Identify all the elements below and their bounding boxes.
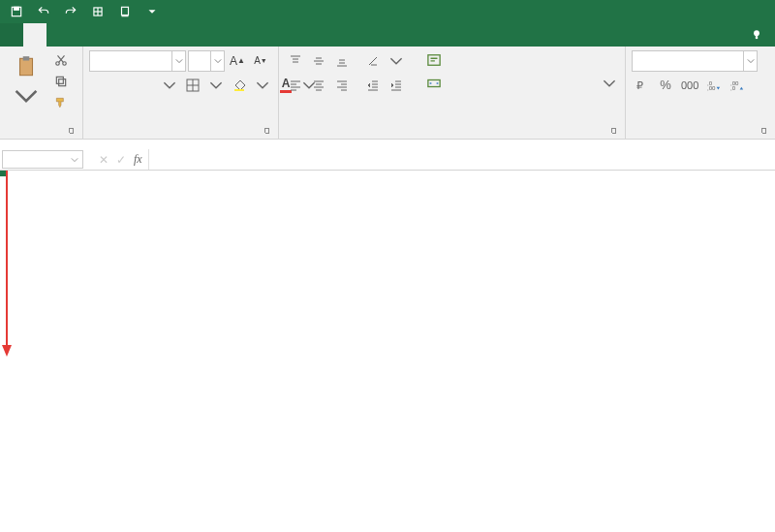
chevron-down-icon <box>14 83 39 109</box>
increase-decimal-button[interactable]: ,0,00 <box>703 75 725 96</box>
alignment-launcher[interactable] <box>609 126 619 136</box>
brush-icon <box>54 96 68 110</box>
font-launcher[interactable] <box>263 126 272 136</box>
align-center-button[interactable] <box>308 75 329 96</box>
tab-review[interactable] <box>140 23 163 47</box>
decrease-indent-button[interactable] <box>362 75 384 96</box>
wrap-text-button[interactable] <box>422 49 616 71</box>
svg-rect-1 <box>15 7 19 10</box>
tab-formulas[interactable] <box>93 23 116 47</box>
merge-center-button[interactable] <box>422 73 621 94</box>
orientation-button[interactable] <box>362 50 384 72</box>
dec-decimal-icon: ,00,0 <box>730 78 744 92</box>
enter-formula-button[interactable]: ✓ <box>116 153 126 167</box>
number-launcher[interactable] <box>760 126 769 136</box>
decrease-decimal-button[interactable]: ,00,0 <box>727 75 748 96</box>
ribbon-tabs <box>0 23 775 47</box>
tab-home[interactable] <box>23 23 46 47</box>
tell-me-search[interactable] <box>742 23 775 47</box>
wrap-icon <box>427 53 441 67</box>
format-painter-button[interactable] <box>50 92 72 113</box>
svg-text:,0: ,0 <box>730 84 736 91</box>
qat-button-4[interactable] <box>85 1 110 22</box>
chevron-down-icon <box>209 78 223 92</box>
borders-dropdown[interactable] <box>205 75 227 96</box>
clipboard-icon <box>14 54 39 79</box>
cut-button[interactable] <box>50 49 72 71</box>
tab-developer[interactable] <box>186 23 209 47</box>
fill-color-dropdown[interactable] <box>252 75 273 96</box>
tab-view[interactable] <box>163 23 186 47</box>
borders-button[interactable] <box>182 75 203 96</box>
copy-icon <box>54 75 68 88</box>
group-alignment <box>279 47 626 139</box>
group-number-label <box>632 135 769 137</box>
decrease-font-button[interactable]: A▼ <box>250 50 271 72</box>
border-icon <box>186 78 200 92</box>
cell-selection <box>0 171 4 174</box>
svg-rect-10 <box>23 56 30 60</box>
align-top-icon <box>289 54 302 68</box>
chevron-down-icon <box>171 51 185 71</box>
font-name-combo[interactable] <box>89 50 186 72</box>
align-bottom-icon <box>335 54 349 68</box>
font-size-combo[interactable] <box>188 50 225 72</box>
underline-dropdown[interactable] <box>159 75 180 96</box>
qat-customize[interactable] <box>140 1 165 22</box>
fill-handle[interactable] <box>0 171 6 176</box>
svg-rect-14 <box>56 77 63 83</box>
align-left-icon <box>289 78 302 92</box>
align-middle-button[interactable] <box>308 50 329 72</box>
tab-data[interactable] <box>116 23 140 47</box>
orientation-dropdown[interactable] <box>386 50 407 72</box>
chevron-down-icon <box>743 51 757 71</box>
percent-format-button[interactable]: % <box>655 75 676 96</box>
formula-bar-buttons: ✕ ✓ fx <box>93 149 148 170</box>
chevron-down-icon <box>603 77 616 90</box>
copy-button[interactable] <box>50 71 72 92</box>
bulb-icon <box>750 28 763 42</box>
increase-font-button[interactable]: A▲ <box>227 50 248 72</box>
accounting-format-button[interactable]: ₽ <box>632 75 653 96</box>
redo-button[interactable] <box>58 1 83 22</box>
scissors-icon <box>54 53 68 67</box>
tab-page-layout[interactable] <box>70 23 93 47</box>
tab-insert[interactable] <box>46 23 70 47</box>
undo-button[interactable] <box>31 1 56 22</box>
autofill-arrow <box>0 171 14 367</box>
svg-rect-8 <box>756 36 758 39</box>
align-bottom-button[interactable] <box>331 50 353 72</box>
cancel-formula-button[interactable]: ✕ <box>99 153 108 167</box>
align-center-icon <box>312 78 326 92</box>
svg-rect-18 <box>234 89 244 91</box>
formula-input[interactable] <box>148 149 775 170</box>
align-middle-icon <box>312 54 326 68</box>
svg-text:,00: ,00 <box>707 84 716 91</box>
increase-indent-button[interactable] <box>386 75 407 96</box>
underline-button[interactable] <box>136 75 157 96</box>
chevron-down-icon <box>256 78 269 92</box>
save-button[interactable] <box>4 1 29 22</box>
paste-button[interactable] <box>6 49 46 113</box>
number-format-combo[interactable] <box>632 50 758 72</box>
comma-format-button[interactable]: 000 <box>678 75 701 96</box>
italic-button[interactable] <box>112 75 134 96</box>
tab-file[interactable] <box>0 23 23 47</box>
formula-bar: ✕ ✓ fx <box>0 149 775 171</box>
group-number: ₽ % 000 ,0,00 ,00,0 <box>626 47 775 139</box>
fill-color-button[interactable] <box>229 75 250 96</box>
align-right-button[interactable] <box>331 75 353 96</box>
insert-function-button[interactable]: fx <box>134 152 142 167</box>
clipboard-launcher[interactable] <box>67 126 77 136</box>
name-box[interactable] <box>2 150 83 169</box>
align-right-icon <box>335 78 349 92</box>
inc-decimal-icon: ,0,00 <box>707 78 721 92</box>
bold-button[interactable] <box>89 75 110 96</box>
titlebar <box>0 0 775 23</box>
qat-button-5[interactable] <box>112 1 138 22</box>
group-clipboard <box>0 47 83 139</box>
align-left-button[interactable] <box>285 75 306 96</box>
align-top-button[interactable] <box>285 50 306 72</box>
svg-point-7 <box>754 30 760 36</box>
svg-rect-5 <box>122 7 129 15</box>
